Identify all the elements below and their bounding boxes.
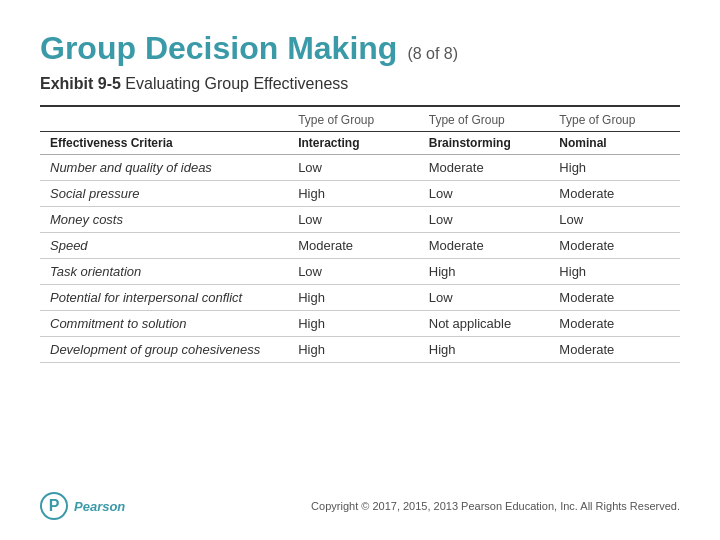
table-row: Money costsLowLowLow	[40, 207, 680, 233]
cell-interacting: High	[288, 181, 419, 207]
cell-interacting: High	[288, 337, 419, 363]
cell-nominal: High	[549, 259, 680, 285]
table-row: Potential for interpersonal conflictHigh…	[40, 285, 680, 311]
main-title: Group Decision Making (8 of 8)	[40, 30, 680, 67]
page: Group Decision Making (8 of 8) Exhibit 9…	[0, 0, 720, 540]
col-header-criteria: Effectiveness Criteria	[40, 132, 288, 155]
cell-nominal: Moderate	[549, 233, 680, 259]
cell-interacting: Low	[288, 259, 419, 285]
cell-brainstorming: Low	[419, 181, 550, 207]
cell-nominal: Moderate	[549, 285, 680, 311]
cell-brainstorming: Moderate	[419, 233, 550, 259]
pearson-logo-circle: P	[40, 492, 68, 520]
group-header-row: Type of Group Type of Group Type of Grou…	[40, 107, 680, 132]
cell-criteria: Speed	[40, 233, 288, 259]
subtitle-text: (8 of 8)	[407, 45, 458, 63]
table-row: Number and quality of ideasLowModerateHi…	[40, 155, 680, 181]
table-row: Development of group cohesivenessHighHig…	[40, 337, 680, 363]
cell-brainstorming: Low	[419, 285, 550, 311]
table-row: Task orientationLowHighHigh	[40, 259, 680, 285]
group-header-1: Type of Group	[288, 107, 419, 132]
col-header-nominal: Nominal	[549, 132, 680, 155]
cell-brainstorming: Moderate	[419, 155, 550, 181]
pearson-logo-letter: P	[49, 497, 60, 515]
cell-criteria: Number and quality of ideas	[40, 155, 288, 181]
cell-nominal: Low	[549, 207, 680, 233]
footer: P Pearson Copyright © 2017, 2015, 2013 P…	[40, 482, 680, 520]
copyright-text: Copyright © 2017, 2015, 2013 Pearson Edu…	[311, 500, 680, 512]
title-text: Group Decision Making	[40, 30, 397, 67]
cell-criteria: Commitment to solution	[40, 311, 288, 337]
exhibit-label: Exhibit 9-5	[40, 75, 121, 92]
cell-brainstorming: High	[419, 337, 550, 363]
cell-criteria: Social pressure	[40, 181, 288, 207]
group-header-3: Type of Group	[549, 107, 680, 132]
cell-brainstorming: Low	[419, 207, 550, 233]
exhibit-title: Exhibit 9-5 Evaluating Group Effectivene…	[40, 75, 680, 93]
table-row: Commitment to solutionHighNot applicable…	[40, 311, 680, 337]
cell-interacting: Low	[288, 207, 419, 233]
cell-criteria: Money costs	[40, 207, 288, 233]
group-header-2: Type of Group	[419, 107, 550, 132]
pearson-brand: Pearson	[74, 499, 125, 514]
cell-criteria: Development of group cohesiveness	[40, 337, 288, 363]
cell-nominal: Moderate	[549, 311, 680, 337]
table-body: Number and quality of ideasLowModerateHi…	[40, 155, 680, 363]
table-row: Social pressureHighLowModerate	[40, 181, 680, 207]
cell-interacting: Low	[288, 155, 419, 181]
group-header-empty	[40, 107, 288, 132]
cell-criteria: Potential for interpersonal conflict	[40, 285, 288, 311]
cell-interacting: High	[288, 285, 419, 311]
col-header-interacting: Interacting	[288, 132, 419, 155]
footer-logo: P Pearson	[40, 492, 125, 520]
cell-nominal: Moderate	[549, 337, 680, 363]
cell-nominal: High	[549, 155, 680, 181]
cell-brainstorming: High	[419, 259, 550, 285]
cell-brainstorming: Not applicable	[419, 311, 550, 337]
cell-interacting: High	[288, 311, 419, 337]
table-row: SpeedModerateModerateModerate	[40, 233, 680, 259]
column-header-row: Effectiveness Criteria Interacting Brain…	[40, 132, 680, 155]
effectiveness-table: Type of Group Type of Group Type of Grou…	[40, 107, 680, 363]
cell-criteria: Task orientation	[40, 259, 288, 285]
cell-interacting: Moderate	[288, 233, 419, 259]
cell-nominal: Moderate	[549, 181, 680, 207]
exhibit-description: Evaluating Group Effectiveness	[125, 75, 348, 92]
col-header-brainstorming: Brainstorming	[419, 132, 550, 155]
